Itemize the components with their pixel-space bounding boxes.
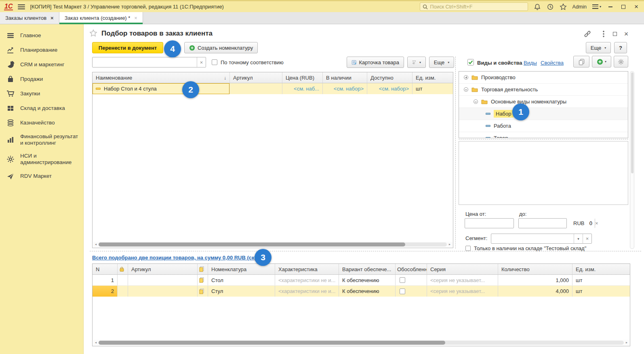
more-button-table[interactable]: Еще (429, 57, 454, 68)
column-header-price[interactable]: Цена (RUB) (282, 72, 323, 83)
transfer-to-document-button[interactable]: Перенести в документ (92, 42, 163, 53)
properties-link[interactable]: Свойства (541, 60, 564, 66)
scrollbar-thumb[interactable] (99, 242, 405, 247)
sidebar-item-crm[interactable]: CRM и маркетинг (0, 57, 83, 72)
tab-customer-orders[interactable]: Заказы клиентов × (0, 12, 59, 24)
products-table-hscrollbar[interactable] (93, 242, 452, 247)
tree-item-main-kinds[interactable]: Основные виды номенклатуры (459, 96, 628, 108)
types-link[interactable]: Виды (524, 60, 537, 66)
add-button[interactable]: ▾ (592, 56, 611, 67)
tab-close-icon[interactable]: × (134, 15, 137, 21)
product-card-button[interactable]: Карточка товара (347, 57, 404, 68)
tab-close-icon[interactable]: × (51, 15, 54, 21)
separate-checkbox[interactable] (400, 277, 405, 283)
sidebar-item-main[interactable]: Главное (0, 28, 83, 43)
price-cell[interactable]: <см. наб... (282, 83, 323, 94)
table-row[interactable]: 1 Стол <характеристики не и... К обеспеч… (93, 275, 630, 286)
page-icon-cell[interactable] (198, 286, 208, 297)
combo-caret-icon[interactable] (574, 234, 583, 243)
quantity-cell[interactable]: 4,000 (498, 286, 572, 297)
series-cell[interactable]: <серия не указывает... (427, 275, 498, 285)
exact-match-checkbox[interactable] (212, 59, 217, 65)
characteristic-cell[interactable]: <характеристики не и... (275, 286, 339, 297)
clear-search-icon[interactable] (197, 57, 206, 67)
separate-cell[interactable] (396, 275, 427, 285)
collapse-minus-icon[interactable] (464, 87, 468, 92)
sidebar-item-treasury[interactable]: Казначейство (0, 116, 83, 130)
table-row[interactable]: Набор Стол и 4 стула <см. наб... <см. на… (93, 83, 453, 94)
panel-splitter[interactable] (455, 57, 456, 249)
column-header-n[interactable]: N (93, 264, 118, 274)
column-header-articul[interactable]: Артикул (230, 72, 282, 83)
segment-combo[interactable] (491, 234, 592, 244)
column-header-name[interactable]: Наименование (93, 72, 230, 83)
scroll-left-icon[interactable] (94, 243, 98, 246)
notifications-bell-icon[interactable] (534, 3, 541, 11)
provision-cell[interactable]: К обеспечению (339, 275, 396, 285)
favorites-star-icon[interactable] (560, 3, 567, 11)
selected-table-hscrollbar[interactable] (93, 340, 629, 346)
column-header-unit[interactable]: Ед. изм. (412, 72, 453, 83)
column-header-available[interactable]: Доступно (367, 72, 412, 83)
settings-button[interactable] (614, 56, 628, 67)
sidebar-item-warehouse[interactable]: Склад и доставка (0, 101, 83, 116)
sidebar-item-finance[interactable]: Финансовый результат и контроллинг (0, 130, 83, 150)
segment-input[interactable] (491, 234, 574, 243)
tree-item-production[interactable]: Производство (459, 72, 628, 84)
tree-item-tovar[interactable]: Товар (459, 132, 628, 138)
articul-cell[interactable] (128, 275, 198, 285)
close-icon[interactable]: × (633, 3, 640, 11)
sidebar-item-rdv-market[interactable]: RDV Маркет (0, 169, 83, 183)
series-cell[interactable]: <серия не указывает... (427, 286, 498, 297)
pin-star-icon[interactable] (89, 29, 97, 37)
articul-cell[interactable] (230, 83, 282, 94)
help-button[interactable]: ? (614, 42, 627, 53)
nomenclature-cell[interactable]: Стул (208, 286, 275, 297)
table-row[interactable]: 2 Стул <характеристики не и... К обеспеч… (93, 286, 630, 297)
user-name[interactable]: Admin (572, 4, 587, 10)
scrollbar-thumb[interactable] (99, 341, 445, 345)
product-search-input[interactable] (93, 57, 197, 67)
global-search-box[interactable] (420, 2, 528, 11)
expand-plus-icon[interactable] (464, 75, 468, 80)
main-hamburger-icon[interactable] (18, 4, 25, 9)
get-link-icon[interactable] (583, 30, 591, 38)
minimize-icon[interactable] (607, 3, 614, 11)
more-dots-icon[interactable] (600, 30, 608, 38)
global-search-input[interactable] (430, 4, 525, 10)
tree-item-rabota[interactable]: Работа (459, 120, 628, 132)
column-header-separate[interactable]: Обособленно (396, 264, 427, 274)
tree-item-nabor[interactable]: Набор (459, 108, 628, 120)
available-cell[interactable]: <см. набор> (367, 83, 412, 94)
unit-cell[interactable]: шт (412, 83, 453, 94)
bag-cell[interactable] (118, 275, 128, 285)
clear-icon[interactable] (595, 219, 598, 228)
quantity-cell[interactable]: 1,000 (498, 275, 572, 285)
column-header-provision[interactable]: Вариант обеспече... (339, 264, 396, 274)
sidebar-item-planning[interactable]: Планирование (0, 43, 83, 57)
types-properties-checkbox[interactable] (467, 59, 474, 65)
sidebar-item-sales[interactable]: Продажи (0, 72, 83, 86)
n-cell[interactable]: 1 (93, 275, 118, 285)
scrollbar-thumb[interactable] (631, 72, 633, 173)
price-from-box[interactable] (465, 218, 514, 228)
dialog-maximize-icon[interactable] (611, 30, 619, 38)
more-button-top[interactable]: Еще (586, 42, 611, 53)
separate-checkbox[interactable] (400, 289, 405, 294)
stock-only-checkbox[interactable] (465, 246, 471, 251)
tree-splitter[interactable] (459, 139, 628, 139)
functions-menu-icon[interactable] (592, 4, 601, 9)
unit-cell[interactable]: шт (572, 286, 630, 297)
unit-cell[interactable]: шт (572, 275, 630, 285)
scroll-right-icon[interactable] (625, 341, 629, 344)
sidebar-item-nsi-admin[interactable]: НСИ и администрирование (0, 150, 83, 169)
product-search-box[interactable] (92, 57, 206, 67)
instock-cell[interactable]: <см. набор> (323, 83, 367, 94)
column-header-unit[interactable]: Ед. изм. (572, 264, 630, 274)
collapse-minus-icon[interactable] (474, 99, 478, 104)
copy-pages-button[interactable] (573, 56, 589, 67)
clear-icon[interactable] (583, 234, 591, 243)
summary-link[interactable]: Всего подобрано две позиции товаров, на … (92, 255, 269, 261)
filter-button[interactable] (407, 57, 426, 68)
tree-item-trade-activity[interactable]: Торговая деятельность (459, 84, 628, 96)
